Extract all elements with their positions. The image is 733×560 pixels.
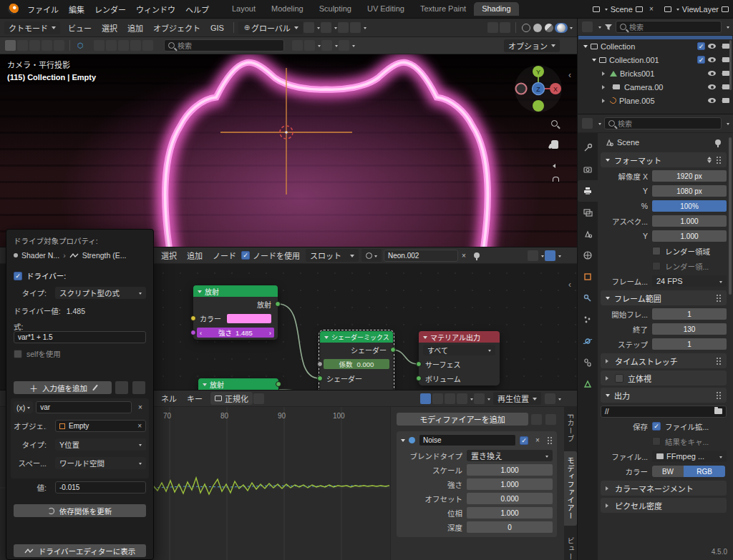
options-dropdown[interactable]: オプション [504,39,560,52]
expand-icon[interactable] [602,72,607,76]
material-name-field[interactable]: Neon.002 [384,250,458,262]
hide-eye-icon[interactable] [708,98,716,103]
menu-add[interactable]: 追加 [122,22,148,34]
tab-render[interactable] [578,159,598,180]
modifier-enable-checkbox[interactable]: ✓ [520,436,528,445]
tab-layout[interactable]: Layout [224,2,263,16]
collection-exclude-checkbox[interactable]: ✓ [697,42,705,50]
auto-normalize-icon[interactable] [253,393,264,404]
tab-world[interactable] [578,245,598,266]
use-self-checkbox[interactable] [14,350,22,358]
output-surface-socket[interactable] [416,361,422,367]
section-pixel[interactable]: ピクセル密度 [601,498,727,513]
variable-channel-dropdown[interactable]: Y位置 [55,438,146,451]
driver-enabled-checkbox[interactable]: ✓ [14,272,22,280]
resolution-y-field[interactable]: 1080 px [652,185,727,197]
variable-object-field[interactable]: Empty × [55,420,146,432]
modifier-name-field[interactable]: Noise [419,434,516,446]
editor-type-icon[interactable] [582,118,593,129]
file-format-dropdown[interactable]: FFmpeg ... [652,451,727,462]
outliner-search-input[interactable]: 検索 [616,21,722,33]
header-misc-icon-3[interactable] [118,40,129,51]
graph-menu-channel[interactable]: ネル [156,393,182,404]
shading-wireframe-icon[interactable] [522,24,530,32]
menu-view[interactable]: ビュー [63,22,97,34]
resolution-pct-slider[interactable]: 100% [652,200,727,212]
hide-eye-icon[interactable] [708,57,716,62]
viewport-search-input[interactable]: 検索 [164,39,284,51]
tab-texture-paint[interactable]: Texture Paint [412,2,474,16]
variable-space-dropdown[interactable]: ワールド空間 [55,457,146,469]
viewlayer-selector[interactable]: ViewLayer [664,5,729,14]
section-format[interactable]: フォーマット [601,152,727,167]
tab-object[interactable] [578,266,598,288]
tab-uv-editing[interactable]: UV Editing [359,2,412,16]
copy-modifier-icon[interactable] [531,414,542,425]
graph-menu-key[interactable]: キー [182,393,208,404]
emission-color-swatch[interactable] [227,314,271,323]
menu-edit[interactable]: 編集 [64,4,89,15]
slot-dropdown[interactable]: スロット [306,249,359,262]
tab-data[interactable] [578,373,598,395]
node-menu-node[interactable]: ノード [208,250,241,261]
outliner-row-collection-001[interactable]: Collection.001 ✓ [578,53,733,67]
node-region-collapse-icon[interactable]: ‹ [568,280,571,290]
emission-2-output-socket[interactable] [276,381,281,387]
tab-scene[interactable] [578,223,598,245]
variable-name-field[interactable]: var [36,401,132,413]
pin-id-icon[interactable] [715,139,721,145]
tab-fcurve[interactable]: Fカーブ [564,408,577,448]
menu-help[interactable]: ヘルプ [180,4,214,15]
menu-select[interactable]: 選択 [97,22,122,34]
paste-modifier-icon[interactable] [545,414,556,425]
mix-fac-slider[interactable]: 係数0.000 [324,359,389,369]
zoom-icon[interactable] [551,120,558,127]
collapse-icon[interactable] [583,45,588,50]
modifier-drag-handle-icon[interactable] [547,436,553,444]
add-modifier-button[interactable]: モディファイアーを追加 [397,413,528,426]
collection-exclude-checkbox[interactable]: ✓ [697,56,705,64]
tab-view-layer[interactable] [578,202,598,223]
viewport-navigation-gizmo[interactable]: Y X Z [513,63,564,114]
variable-type-dropdown[interactable]: (x) [14,401,33,413]
shading-material-icon[interactable] [545,24,553,32]
shading-rendered-active[interactable] [555,23,568,33]
section-frame-range[interactable]: フレーム範囲 [601,290,727,305]
open-folder-icon[interactable] [714,408,722,414]
copy-variable-icon[interactable] [115,381,128,394]
move-view-hand-icon[interactable] [551,140,558,149]
section-menu-icon[interactable] [716,391,722,399]
viewlayer-name[interactable]: ViewLayer [682,5,719,14]
snap-node-icon[interactable] [528,250,538,261]
mix-shader-node-header[interactable]: シェーダーミックス [320,331,393,343]
region-collapse-icon[interactable]: ‹ [568,70,571,80]
material-output-node-header[interactable]: マテリアル出力 [419,331,500,343]
section-menu-icon[interactable] [716,294,722,302]
material-browse-dropdown[interactable] [361,249,382,262]
disable-render-camera-icon[interactable] [722,84,729,89]
pivot-point-icon[interactable] [304,22,314,33]
blend-type-dropdown[interactable]: 置き換え [467,450,553,461]
presets-icon[interactable] [707,154,712,165]
slider-left-arrow-icon[interactable]: ‹ [200,329,202,337]
tab-tool[interactable] [578,137,598,159]
object-mode-dropdown[interactable]: クトモード [4,21,60,34]
editor-type-icon[interactable] [582,21,593,32]
cursor-tool-icon[interactable] [54,40,64,51]
output-path-field[interactable]: // [601,406,727,418]
snap-magnet-icon[interactable] [321,22,331,33]
shading-solid-icon[interactable] [533,24,542,32]
emission-strength-socket[interactable] [190,330,196,335]
disable-render-camera-icon[interactable] [722,44,729,49]
slider-right-arrow-icon[interactable]: › [269,329,271,337]
frame-start-field[interactable]: 1 [652,308,727,320]
aspect-y-field[interactable]: 1.000 [652,230,727,242]
mix-fac-socket[interactable] [317,361,323,367]
section-time-stretch[interactable]: タイムストレッチ [601,353,727,368]
close-scene-icon[interactable]: × [646,4,657,15]
properties-scrollbar[interactable] [729,137,732,295]
mix-output-socket[interactable] [390,347,396,353]
breadcrumb-scene-name[interactable]: Scene [617,138,639,147]
emission-output-socket[interactable] [275,301,281,307]
crop-region-checkbox[interactable] [652,262,661,270]
